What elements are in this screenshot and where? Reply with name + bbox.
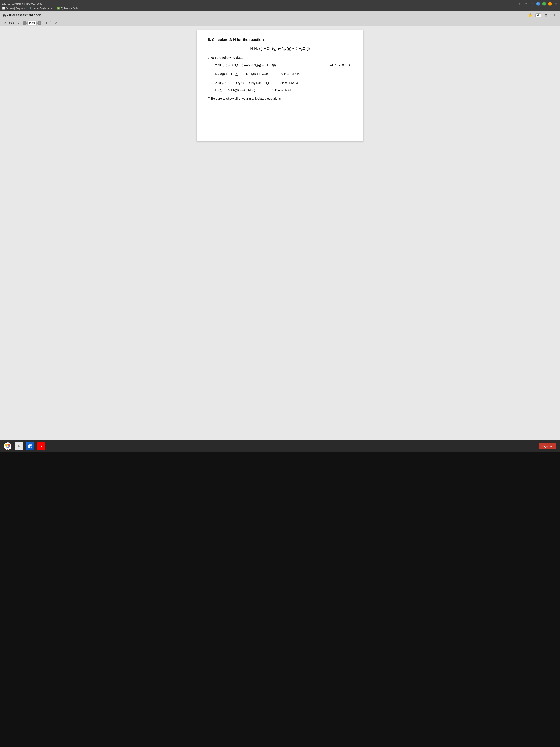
page-indicator: 2 / 2 — [9, 22, 14, 25]
equation-2-dh: ΔH° = -317 kJ — [281, 71, 300, 77]
ext-icon2: ● — [542, 2, 546, 5]
info-icon[interactable]: ? — [530, 2, 534, 5]
youtube-taskbar-icon[interactable] — [37, 442, 45, 450]
ext-icon3: ▲ — [548, 2, 552, 5]
equation-3: 2 NH3(g) + 1/2 O2(g) ----> N2H4(l) + H2O… — [215, 80, 352, 86]
doc-nav-bar: < 2 / 2 > − 157% + ⊡ Ī ⤢ — [0, 20, 560, 26]
doc-title: gy - final assessment.docx — [3, 14, 41, 17]
address-bar-row: 148409766/materials/gp/2496058638 ◎ ☆ ? … — [2, 1, 558, 6]
equation-4: H2(g) + 1/2 O2(g) ----> H2O(l) ΔH° = -28… — [215, 87, 352, 93]
zoom-control: − 157% + — [23, 21, 42, 25]
question-number: 5. Calculate Δ H for the reaction — [208, 37, 352, 42]
doc-toolbar-right: 🖐 ab 🖨 ⬇ — [527, 12, 557, 18]
zoom-plus-btn[interactable]: + — [37, 21, 42, 25]
equation-3-dh: ΔH° = -143 kJ — [278, 80, 298, 86]
download-btn[interactable]: ⬇ — [551, 12, 557, 18]
doc-content: 5. Calculate Δ H for the reaction N2H4 (… — [197, 30, 363, 141]
typora-icon-text: Tr — [17, 444, 21, 448]
files-icon-svg — [27, 443, 33, 449]
star-icon[interactable]: ☆ — [525, 2, 528, 5]
equation-1: 2 NH3(g) + 3 N2O(g) ----> 4 N2(g) + 3 H2… — [215, 62, 352, 68]
equation-2-formula: N2O(g) + 3 H2(g) ----> N2H4(l) + H2O(l) — [215, 71, 268, 77]
svg-point-3 — [7, 445, 8, 447]
equation-block: 2 NH3(g) + 3 N2O(g) ----> 4 N2(g) + 3 H2… — [215, 62, 352, 93]
next-page-btn[interactable]: > — [17, 21, 20, 25]
svg-point-10 — [31, 447, 32, 448]
circle-icon: ◎ — [518, 2, 522, 5]
equation-1-formula: 2 NH3(g) + 3 N2O(g) ----> 4 N2(g) + 3 H2… — [215, 62, 276, 68]
typora-taskbar-icon[interactable]: Tr — [15, 442, 23, 450]
equation-4-dh: ΔH° = -286 kJ — [271, 87, 291, 93]
doc-viewer: gy - final assessment.docx 🖐 ab 🖨 ⬇ < 2 … — [0, 11, 560, 440]
main-reaction: N2H4 (l) + O2 (g) ⇌ N2 (g) + 2 H2O (l) — [208, 46, 352, 51]
ab-badge: ab — [535, 14, 541, 17]
ext-icon4: ✉ — [554, 2, 558, 5]
ext-icon1: G — [536, 2, 540, 5]
chrome-indicator — [7, 449, 8, 450]
files-taskbar-icon[interactable] — [26, 442, 34, 450]
equation-4-formula: H2(g) + 1/2 O2(g) ----> H2O(l) — [215, 87, 255, 93]
print-btn[interactable]: 🖨 — [543, 12, 549, 18]
bookmark-practice[interactable]: ✅ (5) Practice Dashb... — [57, 7, 81, 10]
sign-out-button[interactable]: Sign out — [539, 443, 556, 449]
taskbar: Tr Sign out — [0, 440, 560, 452]
fit-page-btn[interactable]: ⊡ — [44, 21, 48, 25]
bookmarks-bar: 📊 Desmos | Graphing... 🔍 Learn: English … — [2, 6, 558, 11]
bookmark-practice-icon: ✅ — [57, 7, 60, 10]
chrome-taskbar-icon[interactable] — [4, 442, 12, 450]
bookmark-desmos-icon: 📊 — [2, 7, 5, 10]
given-data-label: given the following data: — [208, 56, 352, 60]
equation-1-dh: ΔH° = -1010. kJ — [330, 62, 352, 68]
expand-btn[interactable]: ⤢ — [54, 21, 58, 25]
svg-marker-11 — [41, 445, 43, 447]
note-line: ** Be sure to show all of your manipulat… — [208, 97, 352, 101]
address-url: 148409766/materials/gp/2496058638 — [2, 2, 42, 5]
hand-tool-btn[interactable]: 🖐 — [527, 12, 533, 18]
equation-2: N2O(g) + 3 H2(g) ----> N2H4(l) + H2O(l) … — [215, 71, 352, 77]
zoom-value: 157% — [27, 21, 37, 25]
bottom-dark-area — [0, 452, 560, 747]
browser-icons: ◎ ☆ ? G ● ▲ ✉ — [518, 2, 558, 5]
doc-title-bar: gy - final assessment.docx 🖐 ab 🖨 ⬇ — [0, 11, 560, 20]
youtube-icon-svg — [38, 444, 44, 448]
taskbar-left: Tr — [4, 442, 45, 450]
zoom-minus-btn[interactable]: − — [23, 21, 27, 25]
bookmark-desmos[interactable]: 📊 Desmos | Graphing... — [2, 7, 26, 10]
prev-page-btn[interactable]: < — [3, 21, 7, 25]
bookmark-vocab-icon: 🔍 — [29, 7, 32, 10]
browser-chrome: 148409766/materials/gp/2496058638 ◎ ☆ ? … — [0, 0, 560, 11]
text-select-btn[interactable]: Ī — [50, 21, 52, 25]
bookmark-vocab[interactable]: 🔍 Learn: English voca... — [29, 7, 54, 10]
equation-3-formula: 2 NH3(g) + 1/2 O2(g) ----> N2H4(l) + H2O… — [215, 80, 273, 86]
